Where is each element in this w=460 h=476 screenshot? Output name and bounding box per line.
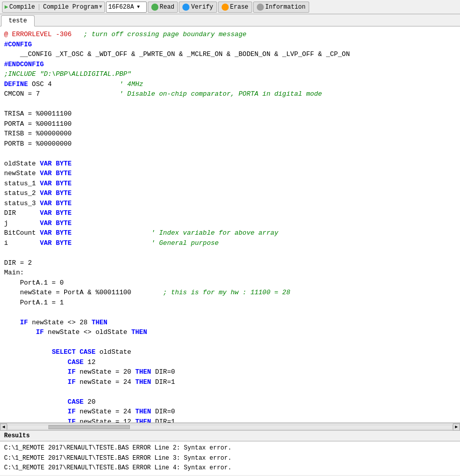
chip-selector[interactable]: 16F628A ▼ — [106, 2, 147, 13]
verify-label: Verify — [191, 4, 213, 11]
result-line-1: C:\1_REMOTE 2017\RENAULT\TESTE.BAS ERROR… — [4, 443, 456, 453]
compile-divider: | — [37, 3, 41, 11]
editor-container[interactable]: @ ERRORLEVEL -306 ; turn off crossing pa… — [0, 26, 460, 423]
erase-label: Erase — [230, 4, 249, 11]
verify-button[interactable]: Verify — [179, 2, 217, 13]
chip-value: 16F628A — [109, 4, 134, 11]
read-icon — [151, 4, 158, 11]
compile-icon: ▶ — [5, 3, 8, 11]
chip-dropdown-arrow: ▼ — [137, 5, 140, 10]
information-label: Information — [265, 4, 306, 11]
compile-program-label[interactable]: Compile Program — [43, 4, 98, 11]
tabbar: teste — [0, 14, 460, 26]
erase-icon — [222, 4, 229, 11]
results-header: Results — [0, 430, 460, 441]
verify-icon — [182, 4, 190, 11]
tab-label: teste — [9, 17, 27, 24]
scroll-track[interactable] — [7, 425, 453, 430]
compile-group: ▶ Compile | Compile Program ▼ — [2, 2, 105, 13]
horizontal-scrollbar[interactable]: ◀ ▶ — [0, 423, 460, 430]
compile-dropdown-arrow[interactable]: ▼ — [99, 4, 102, 10]
information-icon — [257, 4, 264, 11]
read-button[interactable]: Read — [148, 2, 178, 13]
erase-button[interactable]: Erase — [218, 2, 252, 13]
result-line-3: C:\1_REMOTE 2017\RENAULT\TESTE.BAS ERROR… — [4, 463, 456, 473]
read-label: Read — [160, 4, 175, 11]
editor-wrapper: @ ERRORLEVEL -306 ; turn off crossing pa… — [0, 26, 460, 430]
results-title: Results — [4, 432, 30, 439]
scroll-right-button[interactable]: ▶ — [453, 424, 460, 431]
scroll-thumb[interactable] — [48, 425, 130, 429]
toolbar: ▶ Compile | Compile Program ▼ 16F628A ▼ … — [0, 0, 460, 14]
information-button[interactable]: Information — [253, 2, 309, 13]
tab-teste[interactable]: teste — [1, 15, 35, 26]
result-line-2: C:\1_REMOTE 2017\RENAULT\TESTE.BAS ERROR… — [4, 454, 456, 463]
compile-label[interactable]: Compile — [9, 4, 35, 11]
results-content: C:\1_REMOTE 2017\RENAULT\TESTE.BAS ERROR… — [0, 441, 460, 475]
code-editor[interactable]: @ ERRORLEVEL -306 ; turn off crossing pa… — [0, 26, 460, 423]
results-panel: Results C:\1_REMOTE 2017\RENAULT\TESTE.B… — [0, 430, 460, 475]
scroll-left-button[interactable]: ◀ — [0, 424, 7, 431]
